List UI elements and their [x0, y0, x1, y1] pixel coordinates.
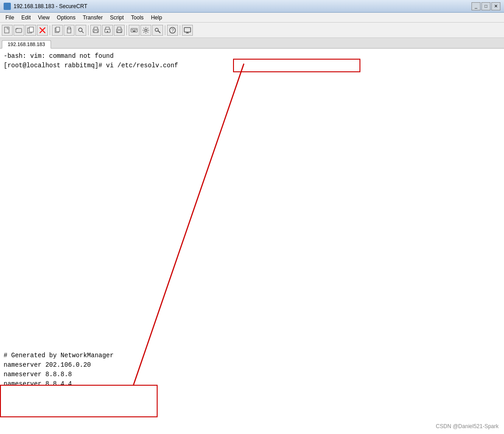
terminal[interactable]: -bash: vim: command not found [root@loca…	[0, 49, 504, 434]
menu-script[interactable]: Script	[106, 14, 127, 22]
toolbar-btn-new[interactable]	[2, 25, 13, 36]
svg-rect-0	[5, 27, 9, 33]
window-title: 192.168.188.183 - SecureCRT	[14, 3, 87, 9]
toolbar-btn-find[interactable]	[75, 25, 86, 36]
svg-line-11	[82, 31, 84, 33]
svg-rect-16	[106, 27, 109, 29]
menu-view[interactable]: View	[34, 14, 53, 22]
terminal-line-0: -bash: vim: command not found	[4, 51, 500, 61]
svg-rect-3	[29, 27, 33, 32]
app-icon	[4, 3, 11, 10]
toolbar-btn-monitor[interactable]	[182, 25, 193, 36]
svg-rect-24	[134, 29, 135, 30]
menu-tools[interactable]: Tools	[127, 14, 147, 22]
menu-help[interactable]: Help	[147, 14, 166, 22]
svg-rect-1	[16, 28, 22, 33]
terminal-line-ns1: nameserver 202.106.0.20	[4, 360, 500, 370]
toolbar-separator-3	[126, 25, 127, 35]
toolbar-btn-settings[interactable]	[140, 25, 151, 36]
toolbar-btn-map-key[interactable]	[129, 25, 140, 36]
svg-rect-32	[184, 28, 191, 32]
terminal-line-2	[4, 70, 500, 80]
titlebar: 192.168.188.183 - SecureCRT _ □ ✕	[0, 0, 504, 13]
terminal-spacer	[4, 80, 500, 351]
svg-rect-26	[133, 31, 135, 32]
toolbar-btn-open[interactable]	[14, 25, 24, 36]
toolbar-btn-print-preview[interactable]	[102, 25, 113, 36]
toolbar-btn-clone[interactable]	[25, 25, 36, 36]
svg-line-29	[158, 31, 160, 33]
tab-label: 192.168.188.183	[8, 42, 45, 47]
watermark-text: CSDN @Daniel521-Spark	[436, 423, 499, 429]
window-controls[interactable]: _ □ ✕	[471, 2, 500, 10]
svg-rect-9	[68, 27, 70, 29]
close-button[interactable]: ✕	[491, 2, 500, 10]
tab-session[interactable]: 192.168.188.183	[2, 40, 51, 49]
menubar: File Edit View Options Transfer Script T…	[0, 13, 504, 23]
terminal-line-1: [root@localhost rabbitmq]# vi /etc/resol…	[4, 61, 500, 70]
toolbar-btn-paste[interactable]	[64, 25, 75, 36]
svg-point-17	[107, 31, 108, 32]
toolbar-btn-print[interactable]	[114, 25, 125, 36]
svg-rect-13	[94, 27, 98, 29]
toolbar-separator-2	[88, 25, 89, 35]
menu-transfer[interactable]: Transfer	[79, 14, 106, 22]
terminal-content: -bash: vim: command not found [root@loca…	[0, 49, 504, 392]
svg-rect-25	[135, 29, 136, 30]
toolbar: ?	[0, 23, 504, 38]
watermark: CSDN @Daniel521-Spark	[436, 423, 499, 429]
toolbar-separator-1	[50, 25, 50, 35]
tabbar: 192.168.188.183	[0, 38, 504, 49]
svg-text:?: ?	[172, 28, 174, 33]
terminal-line-generated: # Generated by NetworkManager	[4, 351, 500, 360]
svg-rect-14	[94, 31, 98, 33]
svg-point-27	[145, 29, 147, 31]
minimize-button[interactable]: _	[471, 2, 481, 10]
svg-point-28	[155, 28, 159, 31]
menu-file[interactable]: File	[2, 14, 18, 22]
svg-rect-20	[117, 31, 121, 33]
terminal-line-ns3: nameserver 8.8.4.4	[4, 379, 500, 389]
svg-rect-7	[56, 27, 60, 32]
menu-options[interactable]: Options	[53, 14, 79, 22]
toolbar-btn-copy[interactable]	[52, 25, 63, 36]
toolbar-separator-4	[165, 25, 165, 35]
toolbar-separator-5	[180, 25, 180, 35]
svg-rect-23	[132, 29, 133, 30]
toolbar-btn-key[interactable]	[152, 25, 163, 36]
maximize-button[interactable]: □	[481, 2, 490, 10]
svg-point-10	[79, 28, 82, 32]
svg-rect-19	[117, 27, 121, 29]
terminal-line-ns2: nameserver 8.8.8.8	[4, 370, 500, 379]
toolbar-btn-print-setup[interactable]	[90, 25, 101, 36]
menu-edit[interactable]: Edit	[18, 14, 34, 22]
toolbar-btn-disconnect[interactable]	[37, 25, 48, 36]
toolbar-btn-help[interactable]: ?	[167, 25, 178, 36]
